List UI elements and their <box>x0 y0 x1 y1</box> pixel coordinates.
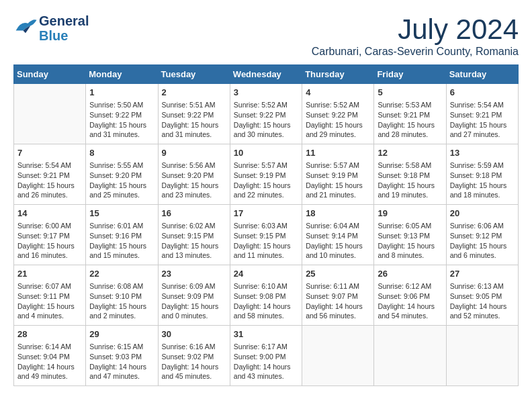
calendar-cell: 19Sunrise: 6:05 AMSunset: 9:13 PMDayligh… <box>374 205 446 265</box>
calendar-cell: 4Sunrise: 5:52 AMSunset: 9:22 PMDaylight… <box>302 84 374 144</box>
day-info-line: and 21 minutes. <box>306 190 370 200</box>
day-number: 2 <box>162 87 226 99</box>
weekday-header-tuesday: Tuesday <box>158 65 230 84</box>
day-info-line: Sunrise: 6:07 AM <box>17 281 82 291</box>
calendar-cell: 8Sunrise: 5:55 AMSunset: 9:20 PMDaylight… <box>86 144 158 205</box>
day-info-line: and 22 minutes. <box>234 190 298 200</box>
day-info-line: and 52 minutes. <box>450 311 515 321</box>
calendar-cell: 3Sunrise: 5:52 AMSunset: 9:22 PMDaylight… <box>230 84 302 144</box>
day-info-line: and 2 minutes. <box>89 311 154 321</box>
day-number: 9 <box>162 147 226 159</box>
day-info-line: Sunset: 9:19 PM <box>234 171 298 181</box>
day-number: 19 <box>378 208 442 220</box>
calendar-cell: 30Sunrise: 6:16 AMSunset: 9:02 PMDayligh… <box>158 326 230 386</box>
day-info-line: Sunset: 9:21 PM <box>17 171 82 181</box>
calendar-cell: 18Sunrise: 6:04 AMSunset: 9:14 PMDayligh… <box>302 205 374 265</box>
day-number: 21 <box>17 268 82 280</box>
day-number: 29 <box>89 328 154 340</box>
day-number: 5 <box>378 87 442 99</box>
day-info-line: Daylight: 15 hours <box>306 120 370 130</box>
calendar-cell <box>302 326 374 386</box>
day-number: 3 <box>234 87 298 99</box>
day-number: 26 <box>378 268 442 280</box>
day-info-line: Sunset: 9:22 PM <box>234 110 298 120</box>
day-info-line: Sunrise: 6:13 AM <box>450 281 515 291</box>
day-info-line: Daylight: 14 hours <box>234 302 298 312</box>
day-info-line: Sunset: 9:02 PM <box>162 352 226 362</box>
day-info-line: Sunrise: 5:57 AM <box>306 161 370 171</box>
calendar-cell: 1Sunrise: 5:50 AMSunset: 9:22 PMDaylight… <box>86 84 158 144</box>
day-info-line: and 29 minutes. <box>306 130 370 140</box>
weekday-header-wednesday: Wednesday <box>230 65 302 84</box>
day-info-line: Daylight: 15 hours <box>306 181 370 191</box>
day-info-line: Sunrise: 5:57 AM <box>234 161 298 171</box>
day-info-line: Daylight: 15 hours <box>450 181 515 191</box>
day-info-line: Sunrise: 6:10 AM <box>234 281 298 291</box>
day-info-line: Daylight: 15 hours <box>162 302 226 312</box>
calendar-cell: 6Sunrise: 5:54 AMSunset: 9:21 PMDaylight… <box>446 84 518 144</box>
calendar-cell: 17Sunrise: 6:03 AMSunset: 9:15 PMDayligh… <box>230 205 302 265</box>
day-info-line: Sunset: 9:07 PM <box>306 291 370 302</box>
calendar-cell <box>374 326 446 386</box>
day-info-line: and 10 minutes. <box>306 250 370 261</box>
day-number: 1 <box>89 87 154 99</box>
day-info-line: Daylight: 15 hours <box>450 120 515 130</box>
day-info-line: and 18 minutes. <box>450 190 515 200</box>
day-info-line: Sunrise: 6:02 AM <box>162 221 226 231</box>
day-info-line: Sunset: 9:15 PM <box>162 231 226 241</box>
logo-blue-text: Blue <box>39 28 89 43</box>
location-title: Carbunari, Caras-Severin County, Romania <box>312 46 519 58</box>
day-number: 18 <box>306 208 370 220</box>
day-info-line: and 31 minutes. <box>89 130 154 140</box>
calendar-cell: 26Sunrise: 6:12 AMSunset: 9:06 PMDayligh… <box>374 265 446 326</box>
day-info-line: Sunrise: 5:55 AM <box>89 161 154 171</box>
calendar-cell: 13Sunrise: 5:59 AMSunset: 9:18 PMDayligh… <box>446 144 518 205</box>
calendar-cell: 22Sunrise: 6:08 AMSunset: 9:10 PMDayligh… <box>86 265 158 326</box>
day-number: 24 <box>234 268 298 280</box>
day-number: 25 <box>306 268 370 280</box>
day-info-line: Sunrise: 6:08 AM <box>89 281 154 291</box>
day-info-line: Sunrise: 5:56 AM <box>162 161 226 171</box>
day-info-line: Daylight: 14 hours <box>306 302 370 312</box>
calendar-cell: 27Sunrise: 6:13 AMSunset: 9:05 PMDayligh… <box>446 265 518 326</box>
day-info-line: and 13 minutes. <box>162 250 226 261</box>
day-info-line: Sunrise: 6:05 AM <box>378 221 442 231</box>
calendar-cell: 21Sunrise: 6:07 AMSunset: 9:11 PMDayligh… <box>14 265 86 326</box>
day-info-line: Sunset: 9:03 PM <box>89 352 154 362</box>
title-block: July 2024 Carbunari, Caras-Severin Count… <box>312 13 519 58</box>
day-info-line: Sunset: 9:20 PM <box>162 171 226 181</box>
day-info-line: Sunrise: 6:00 AM <box>17 221 82 231</box>
calendar-cell: 15Sunrise: 6:01 AMSunset: 9:16 PMDayligh… <box>86 205 158 265</box>
day-info-line: Sunset: 9:12 PM <box>450 231 515 241</box>
calendar-cell: 29Sunrise: 6:15 AMSunset: 9:03 PMDayligh… <box>86 326 158 386</box>
day-info-line: Daylight: 15 hours <box>89 181 154 191</box>
calendar-cell: 23Sunrise: 6:09 AMSunset: 9:09 PMDayligh… <box>158 265 230 326</box>
day-info-line: Sunrise: 5:51 AM <box>162 100 226 110</box>
logo-text: General Blue <box>39 13 89 43</box>
day-info-line: Sunset: 9:04 PM <box>17 352 82 362</box>
day-info-line: Daylight: 15 hours <box>234 241 298 251</box>
day-info-line: Daylight: 14 hours <box>378 302 442 312</box>
calendar-week-1: 1Sunrise: 5:50 AMSunset: 9:22 PMDaylight… <box>14 84 519 144</box>
day-number: 4 <box>306 87 370 99</box>
calendar-cell: 20Sunrise: 6:06 AMSunset: 9:12 PMDayligh… <box>446 205 518 265</box>
day-info-line: Daylight: 15 hours <box>234 120 298 130</box>
calendar-cell: 31Sunrise: 6:17 AMSunset: 9:00 PMDayligh… <box>230 326 302 386</box>
day-info-line: Sunrise: 6:06 AM <box>450 221 515 231</box>
day-info-line: Sunrise: 6:04 AM <box>306 221 370 231</box>
day-number: 20 <box>450 208 515 220</box>
day-info-line: Daylight: 15 hours <box>450 241 515 251</box>
day-number: 13 <box>450 147 515 159</box>
day-info-line: Sunset: 9:06 PM <box>378 291 442 302</box>
day-info-line: Sunrise: 6:09 AM <box>162 281 226 291</box>
day-info-line: Sunset: 9:13 PM <box>378 231 442 241</box>
day-info-line: Sunset: 9:18 PM <box>378 171 442 181</box>
day-number: 10 <box>234 147 298 159</box>
day-info-line: Daylight: 15 hours <box>162 241 226 251</box>
calendar-week-5: 28Sunrise: 6:14 AMSunset: 9:04 PMDayligh… <box>14 326 519 386</box>
day-info-line: and 31 minutes. <box>162 130 226 140</box>
day-info-line: Sunset: 9:18 PM <box>450 171 515 181</box>
day-info-line: and 19 minutes. <box>378 190 442 200</box>
calendar-cell: 14Sunrise: 6:00 AMSunset: 9:17 PMDayligh… <box>14 205 86 265</box>
day-info-line: and 28 minutes. <box>378 130 442 140</box>
